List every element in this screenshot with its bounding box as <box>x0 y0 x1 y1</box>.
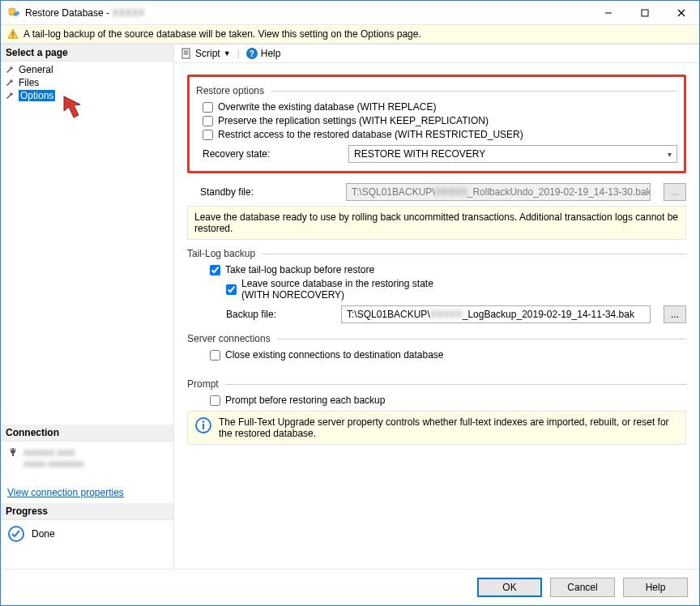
standby-browse-button: ... <box>664 183 686 201</box>
script-dropdown[interactable]: Script ▼ <box>181 48 231 59</box>
progress-header: Progress <box>1 503 173 520</box>
cancel-button[interactable]: Cancel <box>550 578 615 597</box>
restore-options-group: Restore options Overwrite the existing d… <box>187 75 686 173</box>
leave-restoring-checkbox[interactable] <box>226 284 237 295</box>
restore-database-dialog: Restore Database - XXXXX A tail-log back… <box>0 0 700 606</box>
page-nav: General Files Options <box>1 62 173 104</box>
chevron-down-icon: ▾ <box>668 150 672 159</box>
app-icon <box>7 6 20 19</box>
nav-files[interactable]: Files <box>1 76 173 89</box>
wrench-icon <box>6 65 15 75</box>
help-button[interactable]: Help <box>623 578 688 597</box>
check-circle-icon <box>7 525 25 543</box>
prompt-group: Prompt Prompt before restoring each back… <box>187 378 686 445</box>
svg-rect-8 <box>182 49 190 58</box>
nav-options[interactable]: Options <box>1 89 173 102</box>
options-page: Restore options Overwrite the existing d… <box>174 63 699 569</box>
connection-header: Connection <box>1 425 173 442</box>
warning-icon <box>7 28 19 40</box>
help-icon: ? <box>246 48 258 59</box>
ok-button[interactable]: OK <box>477 578 542 597</box>
preserve-replication-checkbox[interactable] <box>203 116 213 126</box>
svg-rect-14 <box>203 424 204 429</box>
take-tail-log-checkbox[interactable] <box>210 265 220 275</box>
leave-restoring-label: Leave source database in the restoring s… <box>241 278 433 301</box>
left-sidebar: Select a page General Files Options Conn… <box>1 45 174 569</box>
notice-bar: A tail-log backup of the source database… <box>1 25 699 44</box>
svg-rect-6 <box>12 36 13 37</box>
select-page-header: Select a page <box>1 45 173 62</box>
svg-point-13 <box>203 420 205 423</box>
connection-info: xxxxxxx xxxx xxxxx xxxxxxxx <box>1 442 173 482</box>
recovery-info-bar: Leave the database ready to use by rolli… <box>187 206 686 240</box>
backup-file-label: Backup file: <box>226 309 333 320</box>
wrench-icon <box>6 78 15 87</box>
restrict-access-label: Restrict access to the restored database… <box>218 129 523 140</box>
notice-text: A tail-log backup of the source database… <box>23 28 421 40</box>
svg-rect-2 <box>642 10 648 16</box>
close-connections-label: Close existing connections to destinatio… <box>225 349 444 361</box>
wrench-icon <box>6 91 15 100</box>
close-button[interactable] <box>663 1 699 24</box>
recovery-state-select[interactable]: RESTORE WITH RECOVERY ▾ <box>348 145 677 163</box>
prompt-before-label: Prompt before restoring each backup <box>225 395 385 406</box>
maximize-button[interactable] <box>626 1 663 24</box>
prompt-before-checkbox[interactable] <box>210 395 220 406</box>
preserve-replication-label: Preserve the replication settings (WITH … <box>218 115 489 126</box>
script-icon <box>181 48 192 59</box>
titlebar: Restore Database - XXXXX <box>1 1 699 25</box>
view-connection-properties-link[interactable]: View connection properties <box>1 482 173 503</box>
plug-icon <box>7 446 19 458</box>
minimize-button[interactable] <box>590 1 626 24</box>
info-icon <box>194 416 212 434</box>
standby-file-label: Standby file: <box>200 186 338 198</box>
recovery-state-label: Recovery state: <box>203 148 340 160</box>
backup-file-input[interactable]: T:\SQL01BACKUP\XXXXX_LogBackup_2019-02-1… <box>341 305 651 323</box>
nav-general[interactable]: General <box>1 63 173 76</box>
overwrite-label: Overwrite the existing database (WITH RE… <box>218 101 436 113</box>
restrict-access-checkbox[interactable] <box>203 130 213 140</box>
standby-file-input: T:\SQL01BACKUP\XXXXX_RollbackUndo_2019-0… <box>346 183 651 201</box>
content-toolbar: Script ▼ | ? Help <box>174 45 699 63</box>
help-link[interactable]: ? Help <box>246 48 281 59</box>
fulltext-info-bar: The Full-Text Upgrade server property co… <box>187 411 686 445</box>
server-connections-legend: Server connections <box>187 333 277 344</box>
tail-log-legend: Tail-Log backup <box>187 248 262 259</box>
svg-rect-5 <box>12 32 13 35</box>
prompt-legend: Prompt <box>187 378 225 390</box>
server-connections-group: Server connections Close existing connec… <box>187 333 686 361</box>
window-title: Restore Database - XXXXX <box>25 7 144 19</box>
progress-state: Done <box>32 528 55 540</box>
progress-info: Done <box>1 520 173 548</box>
backup-browse-button[interactable]: ... <box>664 305 686 323</box>
restore-options-legend: Restore options <box>196 85 271 96</box>
take-tail-log-label: Take tail-log backup before restore <box>225 264 374 275</box>
close-connections-checkbox[interactable] <box>210 350 220 361</box>
overwrite-checkbox[interactable] <box>203 102 213 113</box>
tail-log-group: Tail-Log backup Take tail-log backup bef… <box>187 248 686 323</box>
dialog-footer: OK Cancel Help <box>1 569 699 605</box>
